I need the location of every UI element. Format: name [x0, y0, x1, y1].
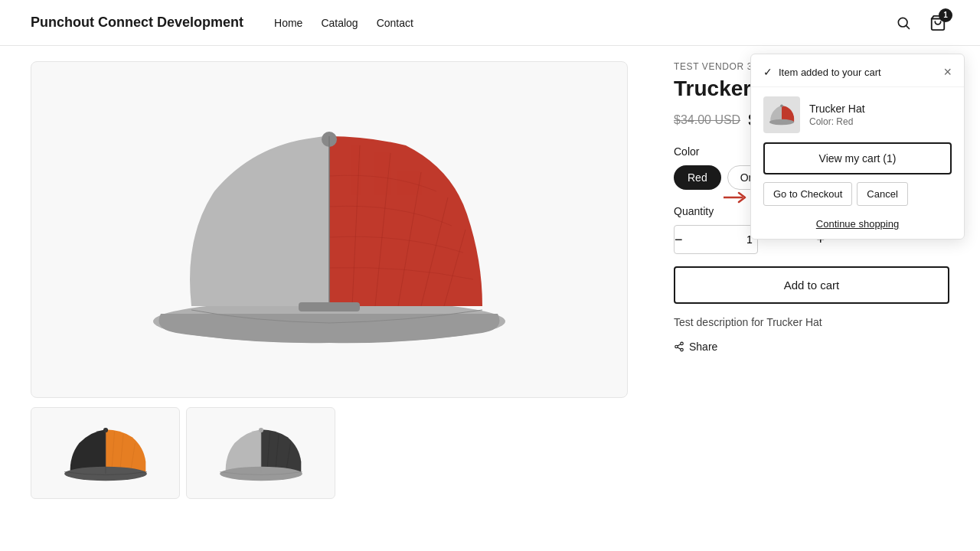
popup-item-info: Trucker Hat Color: Red	[809, 103, 952, 127]
arrow-indicator	[724, 190, 748, 205]
header-icons: 1	[893, 11, 949, 34]
svg-point-29	[769, 119, 794, 125]
svg-point-24	[681, 342, 684, 345]
popup-header: ✓ Item added to your cart ×	[751, 54, 964, 87]
header-left: Punchout Connect Development Home Catalo…	[31, 15, 413, 31]
popup-item-thumbnail	[763, 96, 800, 133]
checkout-button[interactable]: Go to Checkout	[763, 182, 852, 206]
popup-close-button[interactable]: ×	[943, 65, 952, 79]
quantity-decrease[interactable]: −	[675, 226, 683, 253]
gallery-thumbnails	[31, 407, 628, 499]
quantity-control: − +	[674, 225, 758, 254]
cart-button[interactable]: 1	[926, 11, 949, 34]
original-price: $34.00 USD	[674, 113, 740, 127]
gallery-main-image	[31, 61, 628, 398]
svg-point-30	[780, 104, 783, 107]
nav-catalog[interactable]: Catalog	[321, 17, 358, 29]
thumb-hat-1	[52, 415, 159, 491]
site-header: Punchout Connect Development Home Catalo…	[0, 0, 980, 46]
arrow-icon	[724, 190, 748, 205]
popup-added-text: Item added to your cart	[779, 67, 881, 78]
share-button[interactable]: Share	[674, 341, 717, 353]
search-button[interactable]	[893, 12, 914, 34]
popup-added-message: ✓ Item added to your cart	[763, 66, 881, 78]
nav-contact[interactable]: Contact	[377, 17, 413, 29]
site-logo: Punchout Connect Development	[31, 15, 243, 31]
product-description: Test description for Trucker Hat	[674, 316, 949, 328]
popup-actions: Go to Checkout Cancel	[751, 182, 964, 212]
svg-point-25	[675, 345, 678, 348]
svg-point-26	[681, 348, 684, 351]
share-label: Share	[689, 341, 717, 353]
svg-rect-11	[299, 302, 360, 311]
thumbnail-1[interactable]	[31, 407, 180, 499]
cancel-button[interactable]: Cancel	[857, 182, 907, 206]
svg-point-0	[898, 18, 907, 27]
svg-line-1	[906, 25, 910, 28]
add-to-cart-button[interactable]: Add to cart	[674, 266, 949, 304]
cart-badge: 1	[939, 8, 952, 22]
nav-home[interactable]: Home	[274, 17, 302, 29]
popup-item-color: Color: Red	[809, 116, 952, 127]
main-hat-image	[115, 84, 544, 375]
cart-popup: ✓ Item added to your cart × Trucker Hat …	[750, 54, 965, 240]
popup-item: Trucker Hat Color: Red	[751, 87, 964, 142]
svg-line-28	[678, 344, 681, 346]
color-red[interactable]: Red	[674, 165, 721, 190]
main-nav: Home Catalog Contact	[274, 17, 413, 29]
thumb-hat-2	[207, 415, 315, 491]
search-icon	[896, 15, 911, 31]
product-gallery	[0, 46, 658, 514]
popup-hat-icon	[765, 98, 799, 132]
thumbnail-2[interactable]	[186, 407, 335, 499]
check-icon: ✓	[763, 66, 773, 78]
share-icon	[674, 341, 684, 352]
continue-shopping-button[interactable]: Continue shopping	[751, 212, 964, 239]
view-cart-button[interactable]: View my cart (1)	[763, 142, 952, 174]
popup-item-name: Trucker Hat	[809, 103, 952, 115]
svg-line-27	[678, 347, 681, 349]
